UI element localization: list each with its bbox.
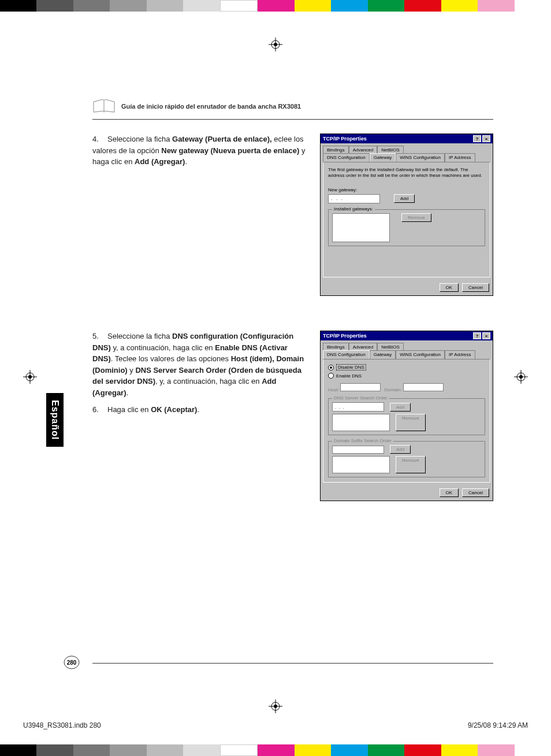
tab-gateway[interactable]: Gateway xyxy=(370,153,396,162)
footer-divider xyxy=(92,663,493,664)
disable-dns-label: Disable DNS xyxy=(336,364,366,370)
dialog-title: TCP/IP Properties xyxy=(323,333,367,339)
ok-button[interactable]: OK xyxy=(440,283,459,292)
tab-bindings[interactable]: Bindings xyxy=(323,146,349,154)
installed-gateways-list[interactable] xyxy=(332,213,390,242)
remove-button[interactable]: Remove xyxy=(396,414,426,431)
registration-mark-icon xyxy=(269,38,282,51)
ok-button[interactable]: OK xyxy=(440,488,459,497)
step-5-text: 5.Seleccione la ficha DNS configuration … xyxy=(92,331,308,398)
header-title: Guía de inicio rápido del enrutador de b… xyxy=(121,103,301,110)
suffix-input[interactable] xyxy=(332,446,384,454)
step-4-text: 4.Seleccione la ficha Gateway (Puerta de… xyxy=(92,134,320,296)
tab-wins-config[interactable]: WINS Configuration xyxy=(396,153,445,162)
registration-mark-icon xyxy=(269,699,282,713)
tab-gateway[interactable]: Gateway xyxy=(370,350,396,359)
tab-dns-config[interactable]: DNS Configuration xyxy=(323,153,370,162)
add-button[interactable]: Add xyxy=(390,403,411,412)
tab-ip-address[interactable]: IP Address xyxy=(445,350,475,359)
tcpip-dns-dialog: TCP/IP Properties ? × Bindings Advanced … xyxy=(320,331,493,501)
domain-label: Domain: xyxy=(385,387,402,392)
new-gateway-input[interactable]: . . . xyxy=(328,194,380,203)
close-button[interactable]: × xyxy=(482,135,490,142)
tab-advanced[interactable]: Advanced xyxy=(349,343,378,351)
disable-dns-radio[interactable] xyxy=(328,365,334,370)
help-button[interactable]: ? xyxy=(473,135,481,142)
tab-ip-address[interactable]: IP Address xyxy=(445,153,475,162)
enable-dns-label: Enable DNS xyxy=(336,373,362,379)
dialog-info-text: The first gateway in the Installed Gatew… xyxy=(328,167,485,179)
domain-input[interactable] xyxy=(403,383,444,391)
footer-filename: U3948_RS3081.indb 280 xyxy=(23,721,101,729)
remove-button[interactable]: Remove xyxy=(401,213,431,222)
footer-timestamp: 9/25/08 9:14:29 AM xyxy=(468,721,528,729)
cancel-button[interactable]: Cancel xyxy=(462,488,489,497)
domain-suffix-label: Domain Suffix Search Order xyxy=(332,438,393,443)
print-footer: U3948_RS3081.indb 280 9/25/08 9:14:29 AM xyxy=(23,721,528,729)
suffix-list[interactable] xyxy=(332,456,390,473)
dialog-titlebar: TCP/IP Properties ? × xyxy=(321,134,493,143)
new-gateway-label: New gateway: xyxy=(328,187,485,192)
tcpip-gateway-dialog: TCP/IP Properties ? × Bindings Advanced … xyxy=(320,134,493,296)
installed-gateways-label: Installed gateways: xyxy=(332,206,375,212)
remove-button[interactable]: Remove xyxy=(396,456,426,473)
registration-mark-icon xyxy=(23,370,37,384)
dialog-titlebar: TCP/IP Properties ? × xyxy=(321,331,493,340)
tab-wins-config[interactable]: WINS Configuration xyxy=(396,350,445,359)
host-label: Host: xyxy=(328,387,339,392)
printer-color-bar-bottom xyxy=(0,744,551,756)
header-divider xyxy=(92,119,493,120)
host-input[interactable] xyxy=(340,383,381,391)
step-6-text: 6.Haga clic en OK (Aceptar). xyxy=(92,404,308,416)
tab-netbios[interactable]: NetBIOS xyxy=(377,146,404,154)
cancel-button[interactable]: Cancel xyxy=(462,283,489,292)
tab-bindings[interactable]: Bindings xyxy=(323,343,349,351)
registration-mark-icon xyxy=(514,370,528,384)
dialog-title: TCP/IP Properties xyxy=(323,136,367,142)
dns-ip-input[interactable]: . . . xyxy=(332,402,384,412)
tab-netbios[interactable]: NetBIOS xyxy=(377,343,404,351)
dns-search-order-label: DNS Server Search Order xyxy=(332,395,389,401)
help-button[interactable]: ? xyxy=(473,332,481,339)
add-button[interactable]: Add xyxy=(390,445,411,454)
language-tab: Español xyxy=(46,393,64,447)
close-button[interactable]: × xyxy=(482,332,490,339)
page-number: 280 xyxy=(64,654,80,670)
tab-advanced[interactable]: Advanced xyxy=(349,146,378,154)
enable-dns-radio[interactable] xyxy=(328,373,334,379)
tab-dns-config[interactable]: DNS Configuration xyxy=(323,350,370,359)
add-button[interactable]: Add xyxy=(394,194,415,203)
dns-server-list[interactable] xyxy=(332,414,390,431)
manual-icon xyxy=(92,98,116,114)
printer-color-bar-top xyxy=(0,0,551,12)
